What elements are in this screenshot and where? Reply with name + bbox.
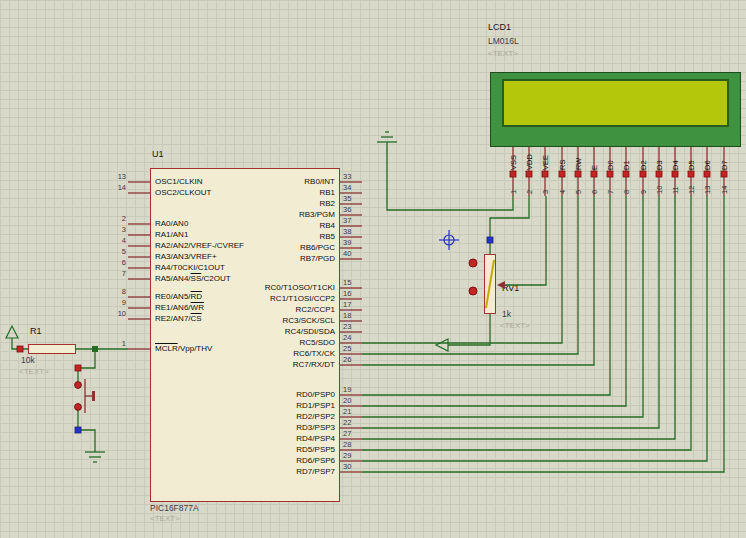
lcd-pin-number: 6 (591, 190, 599, 194)
pin-number: 33 (343, 172, 351, 181)
lcd-pin-number: 7 (607, 190, 615, 194)
pin-name: RB4 (319, 221, 335, 231)
pin-number: 18 (343, 311, 351, 320)
logic-state-indicator (721, 171, 727, 177)
logic-state-indicator (656, 171, 662, 177)
pin-number: 38 (343, 227, 351, 236)
button-actuator[interactable] (92, 391, 95, 401)
pin-number: 20 (343, 396, 351, 405)
pin-name: RC7/RX/DT (293, 360, 335, 370)
pin-number: 9 (104, 298, 126, 307)
lcd-pin-number: 3 (542, 190, 550, 194)
pin-number: 34 (343, 183, 351, 192)
pin-number: 23 (343, 322, 351, 331)
lcd-pin-name: VSS (510, 155, 518, 170)
ground-icon[interactable] (377, 132, 397, 142)
pin-number: 3 (104, 225, 126, 234)
pin-number: 30 (343, 462, 351, 471)
wire-vss-to-ground[interactable] (387, 142, 513, 210)
pin-name: RD6/PSP6 (296, 456, 335, 466)
pot-track (486, 260, 494, 308)
lcd-pin-number: 10 (656, 186, 664, 194)
pin-number: 24 (343, 333, 351, 342)
pin-name: RA1/AN1 (155, 230, 188, 240)
pin-number: 4 (104, 236, 126, 245)
pin-number: 36 (343, 205, 351, 214)
pin-name: RD2/PSP2 (296, 412, 335, 422)
wire-d7-rd7[interactable] (362, 196, 724, 472)
pin-name: RC0/T1OSO/T1CKI (265, 283, 335, 293)
lcd-pin-number: 8 (623, 190, 631, 194)
pin-name: MCLR/Vpp/THV (155, 344, 212, 354)
pin-number: 26 (343, 355, 351, 364)
logic-state-indicator (640, 171, 646, 177)
logic-state-indicator (607, 171, 613, 177)
wire-d6-rd6[interactable] (362, 196, 707, 461)
logic-state-indicator (17, 346, 23, 352)
pin-name: RB7/PGD (300, 254, 335, 264)
lcd-pin-name: D3 (656, 160, 664, 170)
pin-name: RB0/INT (304, 177, 335, 187)
schematic-canvas[interactable]: U1 PIC16F877A <TEXT> LCD1 LM016L <TEXT> … (0, 0, 746, 538)
pot-decrease-button[interactable] (469, 287, 477, 295)
logic-state-indicator (526, 171, 532, 177)
pin-name: RD7/PSP7 (296, 467, 335, 477)
wire-rs[interactable] (362, 196, 562, 343)
logic-state-indicator (575, 171, 581, 177)
pin-number: 25 (343, 344, 351, 353)
wire-d1-rd1[interactable] (362, 196, 626, 406)
logic-state-indicator (75, 365, 81, 371)
pot-increase-button[interactable] (469, 259, 477, 267)
pin-number: 2 (104, 214, 126, 223)
pin-name: RC1/T1OSI/CCP2 (270, 294, 335, 304)
pin-name: RD3/PSP3 (296, 423, 335, 433)
pin-number: 6 (104, 258, 126, 267)
pin-number: 10 (104, 309, 126, 318)
wire-d2-rd2[interactable] (362, 196, 643, 417)
power-terminal-icon[interactable] (6, 326, 18, 338)
pin-number: 37 (343, 216, 351, 225)
ground-terminal-icon[interactable] (436, 339, 448, 351)
button-contact-top[interactable] (75, 382, 82, 389)
pin-number: 40 (343, 249, 351, 258)
lcd-pin-number: 5 (575, 190, 583, 194)
pin-name: OSC1/CLKIN (155, 177, 203, 187)
lcd-pin-name: RW (575, 158, 583, 170)
logic-state-indicator (542, 171, 548, 177)
wire-d5-rd5[interactable] (362, 196, 691, 450)
lcd-pin-name: D1 (623, 160, 631, 170)
lcd-pin-number: 11 (672, 186, 680, 194)
pin-name: RB5 (319, 232, 335, 242)
rv1-pot[interactable] (469, 259, 505, 308)
logic-state-indicator (510, 171, 516, 177)
lcd-pin-number: 13 (704, 186, 712, 194)
ground-icon[interactable] (85, 448, 105, 462)
pin-name: RA5/AN4/SS/C2OUT (155, 274, 231, 284)
lcd-pin-name: VDD (526, 154, 534, 170)
lcd-pin-name: RS (559, 160, 567, 170)
wire-pot-to-terminal[interactable] (448, 314, 490, 345)
pin-number: 29 (343, 451, 351, 460)
wire-e[interactable] (362, 196, 594, 365)
lcd-pin-name: VEE (542, 155, 550, 170)
pin-name: RC6/TX/CK (293, 349, 335, 359)
pin-number: 1 (104, 339, 126, 348)
pin-number: 16 (343, 289, 351, 298)
lcd-pin-name: D5 (688, 160, 696, 170)
reset-button[interactable] (75, 379, 95, 413)
wire-d3-rd3[interactable] (362, 196, 659, 428)
pin-name: RD4/PSP4 (296, 434, 335, 444)
wire-vdd-to-pot-top[interactable] (490, 196, 529, 254)
lcd-pin-number: 4 (559, 190, 567, 194)
pin-name: RD1/PSP1 (296, 401, 335, 411)
wire-d4-rd4[interactable] (362, 196, 675, 439)
logic-state-indicator (591, 171, 597, 177)
pin-name: OSC2/CLKOUT (155, 188, 211, 198)
button-contact-bottom[interactable] (75, 404, 82, 411)
pin-name: RA0/AN0 (155, 219, 188, 229)
pin-number: 39 (343, 238, 351, 247)
lcd-pin-number: 2 (526, 190, 534, 194)
lcd-pin-name: D7 (721, 160, 729, 170)
logic-state-indicator (559, 171, 565, 177)
pin-number: 19 (343, 385, 351, 394)
